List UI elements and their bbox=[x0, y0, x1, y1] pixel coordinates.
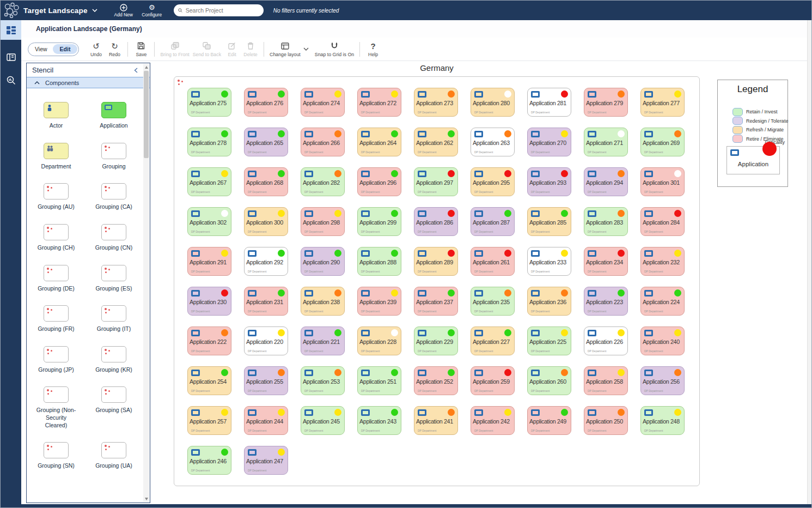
stencil-item[interactable]: Grouping (SN) bbox=[27, 434, 85, 475]
scroll-thumb[interactable] bbox=[144, 71, 149, 158]
application-card[interactable]: Application 232 DP Department bbox=[640, 247, 685, 276]
application-card[interactable]: Application 280 DP Department bbox=[471, 88, 515, 117]
snap-to-grid-button[interactable]: Snap to Grid is On bbox=[313, 41, 356, 57]
application-card[interactable]: Application 243 DP Department bbox=[357, 406, 401, 435]
application-card[interactable]: Application 292 DP Department bbox=[244, 247, 288, 276]
stencil-scrollbar[interactable] bbox=[143, 64, 149, 502]
application-card[interactable]: Application 260 DP Department bbox=[527, 366, 571, 395]
change-layout-button[interactable]: Change layout bbox=[268, 41, 302, 57]
application-card[interactable]: Application 302 DP Department bbox=[187, 207, 231, 236]
application-card[interactable]: Application 287 DP Department bbox=[471, 207, 515, 236]
application-card[interactable]: Application 252 DP Department bbox=[414, 366, 458, 395]
nav-dashboard-button[interactable] bbox=[1, 20, 21, 40]
application-card[interactable]: Application 293 DP Department bbox=[527, 167, 571, 196]
application-card[interactable]: Application 257 DP Department bbox=[187, 406, 231, 435]
application-card[interactable]: Application 278 DP Department bbox=[187, 128, 231, 156]
components-section-header[interactable]: Components bbox=[27, 77, 150, 88]
application-card[interactable]: Application 238 DP Department bbox=[301, 287, 345, 316]
application-card[interactable]: Application 245 DP Department bbox=[301, 406, 345, 435]
stencil-item[interactable]: Grouping (Non-Security Cleared) bbox=[27, 378, 85, 434]
scroll-up-arrow[interactable] bbox=[143, 64, 149, 70]
add-new-button[interactable]: Add New bbox=[109, 1, 138, 20]
application-card[interactable]: Application 266 DP Department bbox=[301, 128, 345, 156]
application-card[interactable]: Application 256 DP Department bbox=[640, 366, 685, 395]
stencil-item[interactable]: Department bbox=[27, 135, 85, 176]
application-card[interactable]: Application 291 DP Department bbox=[187, 247, 231, 276]
stencil-item[interactable]: Grouping (SA) bbox=[85, 378, 143, 434]
stencil-item[interactable]: Grouping (IT) bbox=[85, 297, 143, 338]
stencil-item[interactable]: Grouping (UA) bbox=[85, 434, 143, 475]
application-card[interactable]: Application 228 DP Department bbox=[357, 326, 401, 355]
application-card[interactable]: Application 272 DP Department bbox=[357, 88, 401, 117]
application-card[interactable]: Application 273 DP Department bbox=[414, 88, 458, 117]
application-card[interactable]: Application 285 DP Department bbox=[527, 207, 571, 236]
collapse-panel-icon[interactable] bbox=[134, 68, 138, 73]
application-card[interactable]: Application 239 DP Department bbox=[357, 287, 401, 316]
stencil-item[interactable]: Grouping (KR) bbox=[85, 338, 143, 379]
stencil-item[interactable]: Grouping (ES) bbox=[85, 257, 143, 298]
search-box[interactable] bbox=[174, 4, 264, 16]
application-card[interactable]: Application 275 DP Department bbox=[187, 88, 231, 117]
configure-button[interactable]: ⚙ Configure bbox=[138, 1, 166, 20]
save-button[interactable]: Save bbox=[132, 41, 150, 57]
application-card[interactable]: Application 226 DP Department bbox=[584, 326, 628, 355]
application-card[interactable]: Application 237 DP Department bbox=[414, 287, 458, 316]
application-card[interactable]: Application 301 DP Department bbox=[640, 167, 685, 196]
stencil-item[interactable]: Actor bbox=[27, 94, 85, 135]
help-button[interactable]: ? Help bbox=[364, 41, 382, 57]
application-card[interactable]: Application 277 DP Department bbox=[640, 88, 685, 117]
application-card[interactable]: Application 274 DP Department bbox=[301, 88, 345, 117]
stencil-item[interactable]: Grouping (FR) bbox=[27, 297, 85, 338]
search-input[interactable] bbox=[186, 7, 259, 14]
application-card[interactable]: Application 231 DP Department bbox=[244, 287, 288, 316]
application-card[interactable]: Application 265 DP Department bbox=[244, 128, 288, 156]
application-card[interactable]: Application 298 DP Department bbox=[301, 207, 345, 236]
application-card[interactable]: Application 286 DP Department bbox=[414, 207, 458, 236]
layout-chevron-button[interactable] bbox=[303, 47, 309, 51]
application-card[interactable]: Application 254 DP Department bbox=[187, 366, 231, 395]
application-card[interactable]: Application 235 DP Department bbox=[471, 287, 515, 316]
stencil-item[interactable]: Grouping (CN) bbox=[85, 216, 143, 257]
application-card[interactable]: Application 258 DP Department bbox=[584, 366, 628, 395]
project-switcher[interactable]: Target Landscape bbox=[23, 7, 97, 15]
application-card[interactable]: Application 250 DP Department bbox=[584, 406, 628, 435]
application-card[interactable]: Application 223 DP Department bbox=[584, 287, 628, 316]
application-card[interactable]: Application 251 DP Department bbox=[357, 366, 401, 395]
nav-insights-button[interactable] bbox=[1, 70, 21, 90]
application-card[interactable]: Application 283 DP Department bbox=[584, 207, 628, 236]
application-card[interactable]: Application 246 DP Department bbox=[187, 446, 231, 475]
application-card[interactable]: Application 220 DP Department bbox=[244, 326, 288, 355]
application-card[interactable]: Application 276 DP Department bbox=[244, 88, 288, 117]
nav-panels-button[interactable] bbox=[1, 47, 21, 67]
application-card[interactable]: Application 248 DP Department bbox=[640, 406, 685, 435]
page-scrollbar[interactable] bbox=[807, 20, 811, 504]
application-card[interactable]: Application 295 DP Department bbox=[471, 167, 515, 196]
application-card[interactable]: Application 230 DP Department bbox=[187, 287, 231, 316]
application-card[interactable]: Application 267 DP Department bbox=[187, 167, 231, 196]
redo-button[interactable]: ↻ Redo bbox=[105, 41, 124, 57]
application-card[interactable]: Application 253 DP Department bbox=[301, 366, 345, 395]
application-card[interactable]: Application 249 DP Department bbox=[527, 406, 571, 435]
application-card[interactable]: Application 222 DP Department bbox=[187, 326, 231, 355]
application-card[interactable]: Application 259 DP Department bbox=[471, 366, 515, 395]
application-card[interactable]: Application 294 DP Department bbox=[584, 167, 628, 196]
stencil-item[interactable]: Grouping (CA) bbox=[85, 175, 143, 216]
application-card[interactable]: Application 271 DP Department bbox=[584, 128, 628, 156]
application-card[interactable]: Application 244 DP Department bbox=[244, 406, 288, 435]
stencil-item[interactable]: Grouping (CH) bbox=[27, 216, 85, 257]
application-card[interactable]: Application 300 DP Department bbox=[244, 207, 288, 236]
application-card[interactable]: Application 282 DP Department bbox=[301, 167, 345, 196]
application-card[interactable]: Application 268 DP Department bbox=[244, 167, 288, 196]
application-card[interactable]: Application 262 DP Department bbox=[414, 128, 458, 156]
application-card[interactable]: Application 241 DP Department bbox=[414, 406, 458, 435]
application-card[interactable]: Application 242 DP Department bbox=[471, 406, 515, 435]
undo-button[interactable]: ↺ Undo bbox=[87, 41, 105, 57]
application-card[interactable]: Application 279 DP Department bbox=[584, 88, 628, 117]
view-mode-button[interactable]: View bbox=[29, 46, 53, 52]
application-card[interactable]: Application 289 DP Department bbox=[414, 247, 458, 276]
application-card[interactable]: Application 229 DP Department bbox=[414, 326, 458, 355]
germany-grouping[interactable]: Application 275 DP Department Applicatio… bbox=[174, 76, 700, 486]
application-card[interactable]: Application 299 DP Department bbox=[357, 207, 401, 236]
application-card[interactable]: Application 263 DP Department bbox=[471, 128, 515, 156]
stencil-item[interactable]: Application bbox=[85, 94, 143, 135]
